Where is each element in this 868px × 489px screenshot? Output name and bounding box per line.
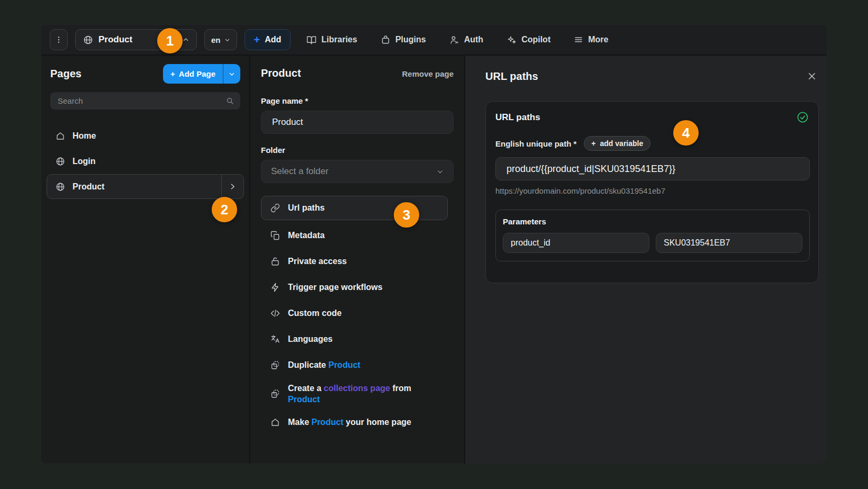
page-label: Login	[73, 157, 96, 166]
menu-item-custom-code[interactable]: Custom code	[261, 301, 454, 325]
sidebar-item-home[interactable]: Home	[47, 123, 244, 148]
add-button[interactable]: + Add	[245, 29, 291, 50]
page-name-label: Page name *	[261, 96, 454, 105]
link-icon	[270, 203, 280, 213]
close-button[interactable]	[805, 69, 819, 83]
page-name-link: Product	[311, 418, 343, 427]
add-page-dropdown-button[interactable]	[223, 64, 240, 84]
plus-icon: +	[170, 69, 175, 78]
annotation-badge-3: 3	[394, 202, 419, 228]
page-label: Home	[73, 131, 96, 141]
folder-select[interactable]: Select a folder	[261, 160, 454, 183]
url-paths-panel: URL paths URL paths E	[465, 56, 827, 464]
home-icon	[270, 418, 280, 427]
menu-label: Metadata	[288, 231, 324, 240]
url-path-input[interactable]	[495, 157, 810, 180]
sparkles-icon	[507, 35, 517, 45]
menu-label: Private access	[288, 257, 347, 266]
lock-icon	[270, 257, 280, 266]
kebab-menu-icon	[55, 35, 63, 44]
pages-title: Pages	[50, 68, 82, 80]
nav-auth[interactable]: Auth	[449, 35, 483, 45]
globe-icon	[56, 157, 65, 166]
check-circle-icon	[797, 111, 809, 123]
copy-icon	[270, 231, 280, 240]
page-settings-panel: Product Remove page Page name * Folder S…	[250, 56, 465, 464]
nav-label: Libraries	[321, 35, 357, 44]
menu-item-create-collections-page[interactable]: Create a collections page from Product	[261, 379, 454, 409]
parameters-box: Parameters	[495, 210, 810, 261]
chevron-right-icon	[229, 183, 236, 190]
lines-icon	[574, 35, 583, 44]
nav-libraries[interactable]: Libraries	[306, 35, 357, 45]
add-button-label: Add	[265, 35, 281, 44]
duplicate-icon	[270, 360, 280, 370]
menu-item-duplicate-page[interactable]: Duplicate Product	[261, 353, 454, 377]
nav-label: Auth	[464, 35, 483, 44]
collections-page-link: collections page	[324, 384, 390, 393]
chevron-down-icon	[437, 168, 444, 175]
page-name-link: Product	[328, 360, 360, 369]
add-page-split-button: + Add Page	[163, 64, 240, 84]
menu-label: Url paths	[288, 203, 324, 213]
chevron-up-icon	[183, 37, 189, 43]
annotation-badge-4: 4	[673, 120, 699, 146]
nav-label: Plugins	[395, 35, 426, 44]
page-name-input[interactable]	[261, 111, 454, 134]
menu-item-private-access[interactable]: Private access	[261, 249, 454, 274]
nav-copilot[interactable]: Copilot	[507, 35, 550, 45]
menu-label: Trigger page workflows	[288, 283, 383, 292]
chevron-down-icon	[224, 37, 230, 43]
add-variable-label: add variable	[600, 139, 644, 148]
menu-label: Languages	[288, 334, 332, 344]
menu-item-trigger-workflows[interactable]: Trigger page workflows	[261, 275, 454, 300]
close-icon	[807, 71, 817, 81]
page-settings-button[interactable]	[221, 175, 243, 198]
menu-item-languages[interactable]: Languages	[261, 327, 454, 351]
search-input[interactable]	[57, 96, 222, 106]
sidebar-item-login[interactable]: Login	[47, 149, 244, 174]
duplicate-icon	[270, 389, 280, 399]
puzzle-icon	[381, 35, 391, 45]
add-page-button[interactable]: + Add Page	[163, 64, 223, 84]
nav-label: More	[588, 35, 608, 44]
locale-dropdown[interactable]: en	[204, 29, 237, 50]
menu-label: Duplicate Product	[288, 360, 360, 370]
page-name-link: Product	[288, 395, 320, 404]
card-title: URL paths	[495, 112, 540, 123]
menu-label: Create a collections page from Product	[288, 383, 441, 405]
menu-label: Custom code	[288, 309, 341, 318]
folder-label: Folder	[261, 146, 454, 155]
url-paths-card: URL paths English unique path * + add va…	[485, 101, 819, 283]
annotation-badge-1: 1	[157, 28, 183, 53]
home-icon	[56, 131, 65, 141]
remove-page-link[interactable]: Remove page	[402, 69, 454, 78]
nav-plugins[interactable]: Plugins	[381, 35, 426, 45]
menu-item-metadata[interactable]: Metadata	[261, 223, 454, 248]
unique-path-label: English unique path *	[495, 139, 576, 148]
page-label: Product	[73, 182, 104, 192]
nav-label: Copilot	[521, 35, 550, 44]
translate-icon	[270, 334, 280, 344]
folder-placeholder: Select a folder	[271, 166, 329, 177]
person-icon	[449, 35, 459, 45]
parameter-name-input[interactable]	[503, 233, 649, 253]
kebab-menu-button[interactable]	[50, 29, 68, 50]
add-variable-button[interactable]: + add variable	[584, 136, 650, 151]
parameter-value-input[interactable]	[656, 233, 802, 253]
menu-label: Make Product your home page	[288, 418, 411, 427]
globe-icon	[83, 35, 93, 45]
pages-sidebar: Pages + Add Page	[41, 56, 250, 464]
book-icon	[306, 35, 317, 45]
pages-list: Home Login Product	[41, 118, 249, 199]
plus-icon: +	[591, 139, 595, 148]
sidebar-item-product[interactable]: Product	[47, 174, 244, 199]
menu-item-url-paths[interactable]: Url paths	[261, 196, 448, 220]
nav-more[interactable]: More	[574, 35, 608, 44]
page-settings-menu: Url paths Metadata	[261, 196, 454, 434]
menu-item-make-home-page[interactable]: Make Product your home page	[261, 410, 454, 434]
annotation-badge-2: 2	[212, 197, 237, 222]
app-window: Product en + Add	[41, 25, 827, 464]
page-settings-title: Product	[261, 67, 301, 79]
plus-icon: +	[254, 34, 260, 45]
